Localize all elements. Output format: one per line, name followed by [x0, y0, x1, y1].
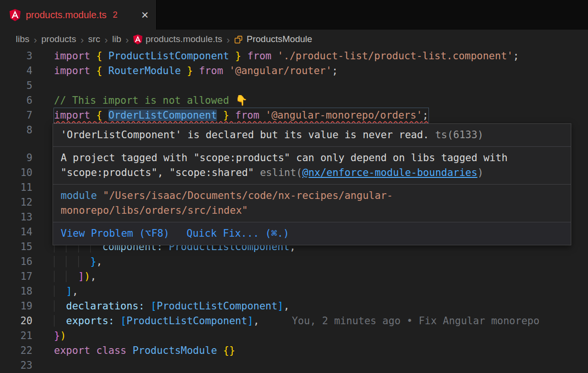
line-number[interactable]: 15: [0, 240, 32, 254]
line-number[interactable]: 17: [0, 269, 32, 284]
code-line-16[interactable]: 16 },: [0, 254, 588, 269]
code-line-20[interactable]: 20 exports: [ProductListComponent],You, …: [0, 314, 588, 329]
angular-icon: [10, 9, 21, 21]
code-line-18[interactable]: 18 ],: [0, 284, 588, 299]
code-text[interactable]: declarations: [ProductListComponent],: [54, 299, 289, 314]
breadcrumb-item-lib[interactable]: lib: [112, 34, 121, 44]
line-number[interactable]: 3: [0, 49, 32, 64]
line-number[interactable]: 14: [0, 225, 32, 240]
line-number[interactable]: 6: [0, 93, 32, 108]
line-number[interactable]: 11: [0, 180, 32, 195]
hover-module-info: module "/Users/isaac/Documents/code/nx-r…: [53, 185, 571, 222]
code-text[interactable]: import { ProductListComponent } from './…: [54, 49, 519, 64]
code-line-23[interactable]: 23: [0, 358, 588, 373]
chevron-right-icon: ›: [126, 34, 129, 44]
git-blame-annotation: You, 2 minutes ago • Fix Angular monorep…: [292, 315, 539, 327]
code-text[interactable]: import { RouterModule } from '@angular/r…: [54, 64, 338, 78]
line-number[interactable]: 21: [0, 329, 32, 343]
breadcrumb-file-label: products.module.ts: [146, 34, 223, 44]
code-text[interactable]: import { OrderListComponent } from '@ang…: [54, 108, 428, 123]
code-text[interactable]: ]),: [54, 269, 96, 284]
angular-icon: [133, 34, 142, 44]
code-line-7[interactable]: 7import { OrderListComponent } from '@an…: [0, 108, 588, 123]
chevron-right-icon: ›: [80, 34, 84, 44]
code-line-19[interactable]: 19 declarations: [ProductListComponent],: [0, 299, 588, 314]
code-line-21[interactable]: 21}): [0, 329, 588, 343]
chevron-right-icon: ›: [34, 34, 37, 44]
breadcrumb-item-file[interactable]: products.module.ts: [133, 34, 223, 44]
line-number[interactable]: 23: [0, 358, 32, 373]
code-editor[interactable]: 3import { ProductListComponent } from '.…: [0, 49, 588, 373]
hover-status-bar: View Problem (⌥F8) Quick Fix... (⌘.): [53, 222, 571, 245]
line-number[interactable]: 20: [0, 314, 32, 329]
ts-diagnostic-message: 'OrderListComponent' is declared but its…: [61, 129, 429, 141]
module-keyword: module: [61, 190, 97, 201]
eslint-rule-link[interactable]: @nx/enforce-module-boundaries: [302, 167, 478, 178]
line-number[interactable]: 4: [0, 64, 32, 78]
code-text[interactable]: }): [54, 329, 66, 343]
line-number[interactable]: 8: [0, 123, 32, 151]
code-line-4[interactable]: 4import { RouterModule } from '@angular/…: [0, 64, 588, 78]
hover-diagnostic-ts: 'OrderListComponent' is declared but its…: [53, 124, 571, 147]
code-text[interactable]: ],: [54, 284, 78, 299]
line-number[interactable]: 19: [0, 299, 32, 314]
code-line-22[interactable]: 22export class ProductsModule {}: [0, 343, 588, 358]
view-problem-action[interactable]: View Problem (⌥F8): [61, 226, 170, 241]
class-icon: [234, 35, 243, 44]
tab-products-module[interactable]: products.module.ts 2 ×: [0, 0, 157, 30]
breadcrumb-item-symbol[interactable]: ProductsModule: [234, 34, 312, 44]
line-number[interactable]: 7: [0, 108, 32, 123]
breadcrumb-item-products[interactable]: products: [42, 34, 76, 44]
code-line-5[interactable]: 5: [0, 78, 588, 93]
quick-fix-action[interactable]: Quick Fix... (⌘.): [187, 226, 289, 241]
code-line-17[interactable]: 17 ]),: [0, 269, 588, 284]
line-number[interactable]: 12: [0, 195, 32, 210]
tab-title: products.module.ts: [26, 10, 107, 21]
breadcrumb-symbol-label: ProductsModule: [246, 34, 312, 44]
hover-diagnostic-eslint: A project tagged with "scope:products" c…: [53, 147, 571, 185]
eslint-source-prefix: eslint(: [254, 167, 302, 178]
breadcrumb-item-src[interactable]: src: [88, 34, 100, 44]
line-number[interactable]: 10: [0, 165, 32, 180]
line-number[interactable]: 13: [0, 210, 32, 225]
line-number[interactable]: 9: [0, 151, 32, 165]
line-number[interactable]: 18: [0, 284, 32, 299]
tab-bar: products.module.ts 2 ×: [0, 0, 588, 30]
module-path: "/Users/isaac/Documents/code/nx-recipes/…: [61, 190, 393, 216]
line-number[interactable]: 5: [0, 78, 32, 93]
hover-widget: 'OrderListComponent' is declared but its…: [53, 123, 571, 245]
code-text[interactable]: export class ProductsModule {}: [54, 343, 235, 358]
problems-count-badge: 2: [113, 10, 118, 20]
eslint-source-suffix: ): [477, 167, 483, 178]
chevron-right-icon: ›: [226, 34, 230, 44]
ts-diagnostic-source: ts(6133): [429, 129, 483, 141]
code-line-6[interactable]: 6// This import is not allowed 👇: [0, 93, 588, 108]
code-text[interactable]: exports: [ProductListComponent],You, 2 m…: [54, 314, 539, 329]
line-number[interactable]: 16: [0, 254, 32, 269]
line-number[interactable]: 22: [0, 343, 32, 358]
code-text[interactable]: // This import is not allowed 👇: [54, 93, 248, 108]
breadcrumb-item-libs[interactable]: libs: [16, 34, 30, 44]
code-line-3[interactable]: 3import { ProductListComponent } from '.…: [0, 49, 588, 64]
chevron-right-icon: ›: [105, 34, 108, 44]
close-icon[interactable]: ×: [141, 9, 149, 21]
code-text[interactable]: },: [54, 254, 102, 269]
breadcrumb: libs › products › src › lib › products.m…: [0, 30, 588, 49]
